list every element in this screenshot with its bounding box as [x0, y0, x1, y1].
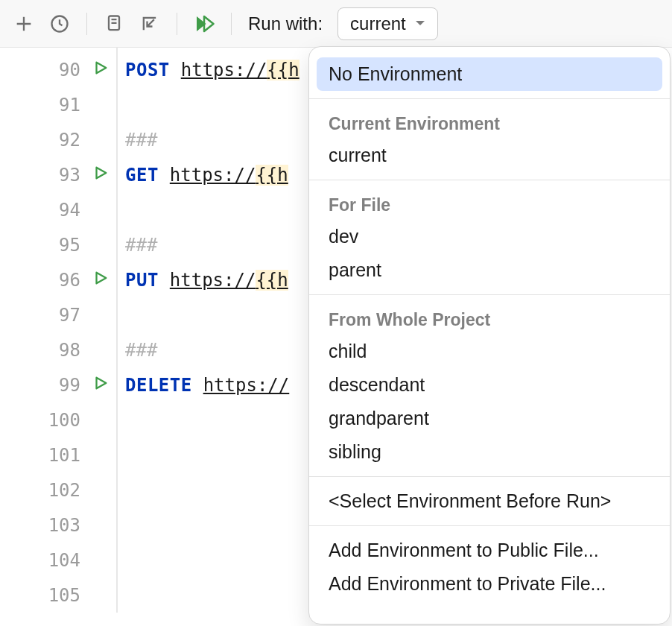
gutter-line: 97: [0, 297, 116, 332]
run-gutter-icon[interactable]: [92, 375, 109, 396]
section-header-current: Current Environment: [317, 107, 662, 139]
add-button[interactable]: [10, 10, 37, 37]
run-all-button[interactable]: [191, 10, 218, 37]
template-variable: {{h: [256, 270, 288, 291]
option-env-child[interactable]: child: [317, 335, 662, 368]
http-method: DELETE: [125, 375, 203, 396]
request-url: https://: [203, 375, 290, 396]
http-method: POST: [125, 60, 181, 80]
run-gutter-icon[interactable]: [92, 60, 109, 80]
toolbar-separator: [177, 13, 177, 35]
gutter-line: 99: [0, 367, 116, 402]
request-url: https://: [181, 60, 267, 80]
template-variable: {{h: [267, 60, 299, 80]
gutter-line: 91: [0, 87, 116, 122]
environment-popup: No Environment Current Environment curre…: [308, 46, 671, 625]
import-button[interactable]: [136, 10, 163, 37]
run-gutter-icon[interactable]: [92, 165, 109, 186]
examples-button[interactable]: [101, 10, 127, 37]
option-no-environment[interactable]: No Environment: [317, 57, 662, 91]
run-with-label: Run with:: [248, 13, 323, 34]
option-env-sibling[interactable]: sibling: [317, 435, 662, 469]
gutter-line: 104: [0, 543, 116, 578]
http-method: PUT: [125, 270, 170, 291]
environment-dropdown-value: current: [350, 13, 406, 34]
option-select-before-run[interactable]: <Select Environment Before Run>: [317, 484, 662, 518]
chevron-down-icon: [413, 13, 427, 34]
gutter-line: 96: [0, 262, 116, 297]
gutter-line: 102: [0, 472, 116, 508]
request-separator: ###: [125, 235, 157, 256]
gutter-line: 92: [0, 122, 116, 157]
option-env-dev[interactable]: dev: [317, 220, 662, 253]
dropdown-separator: [309, 525, 670, 526]
dropdown-separator: [309, 180, 670, 180]
gutter-line: 94: [0, 192, 116, 227]
section-header-project: From Whole Project: [317, 303, 662, 335]
template-variable: {{h: [256, 165, 288, 186]
gutter-line: 103: [0, 508, 116, 543]
run-gutter-icon[interactable]: [92, 270, 109, 291]
dropdown-separator: [309, 294, 670, 295]
gutter-line: 105: [0, 578, 116, 613]
gutter-line: 95: [0, 227, 116, 262]
option-add-private[interactable]: Add Environment to Private File...: [317, 567, 662, 601]
gutter-line: 93: [0, 157, 116, 192]
http-method: GET: [125, 165, 170, 186]
dropdown-separator: [309, 476, 670, 477]
request-url: https://: [170, 270, 256, 291]
option-env-current[interactable]: current: [317, 139, 662, 172]
toolbar-separator: [231, 13, 232, 35]
option-add-public[interactable]: Add Environment to Public File...: [317, 534, 662, 567]
gutter-line: 90: [0, 52, 116, 87]
option-env-grandparent[interactable]: grandparent: [317, 402, 662, 435]
gutter: 90919293949596979899100101102103104105: [0, 48, 118, 613]
request-separator: ###: [125, 340, 157, 361]
dropdown-separator: [309, 98, 670, 99]
gutter-line: 101: [0, 437, 116, 472]
toolbar-separator: [86, 13, 87, 35]
request-separator: ###: [125, 130, 157, 151]
gutter-line: 100: [0, 402, 116, 437]
history-button[interactable]: [46, 10, 73, 37]
gutter-line: 98: [0, 332, 116, 367]
option-env-descendant[interactable]: descendant: [317, 368, 662, 402]
section-header-file: For File: [317, 188, 662, 220]
request-url: https://: [170, 165, 256, 186]
toolbar: Run with: current: [0, 0, 672, 48]
environment-dropdown[interactable]: current: [337, 7, 438, 40]
option-env-parent[interactable]: parent: [317, 253, 662, 287]
